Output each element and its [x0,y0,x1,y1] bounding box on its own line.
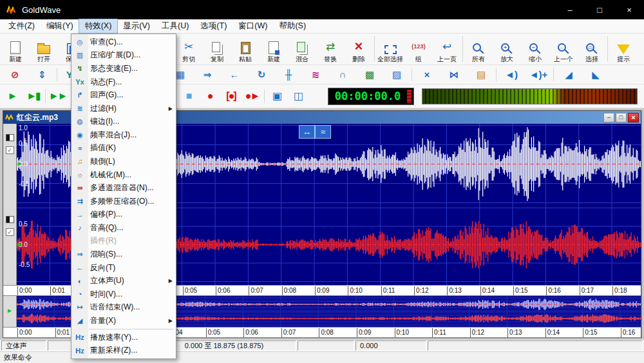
control-properties-button[interactable]: ▣ [266,87,287,105]
maximize-button[interactable]: □ [585,0,614,19]
menu-item-echo[interactable]: ↱回声(G)... [71,88,176,102]
menu-item-reverb-icon: ⇒ [71,250,88,259]
menu-item-invert-icon: ♫ [71,157,88,165]
filter-button[interactable]: ╫ [275,66,302,83]
delete-button[interactable]: ×删除 [345,34,373,64]
minimize-button[interactable]: – [555,0,585,19]
menu-item-stereo[interactable]: ◐立体声(U)▶ [71,274,176,288]
menu-item-volume[interactable]: ◢音量(X)▶ [71,314,176,328]
previous-page-button[interactable]: ↩上一页 [433,34,461,64]
replace-button[interactable]: ⇄替换 [316,34,345,64]
fade-in-button[interactable]: ◢ [555,66,582,83]
noise-reduction-button[interactable]: ▨ [383,66,410,83]
right-channel-display-icon[interactable] [6,216,14,223]
offset-button[interactable]: ⇒ [194,66,221,83]
menubar-item[interactable]: 编辑(Y) [41,19,79,33]
doc-minimize-button[interactable]: – [603,113,614,123]
group-button[interactable]: {123}组 [404,34,433,64]
menubar-item[interactable]: 帮助(S) [273,19,312,33]
flange-button[interactable]: ↻ [248,66,275,83]
time-tick-label: 0:13 [447,286,461,296]
volume-ramp-button[interactable]: ▤ [468,66,495,83]
menu-item-voice-over-icon: ↦ [71,303,88,311]
menu-item-frequency-blend-icon: ◉ [71,131,88,139]
doc-maximize-button[interactable]: □ [616,113,627,123]
menu-item-label: 形态变速(E)... [88,63,176,74]
menu-item-flange[interactable]: ◍镶边(I)... [71,115,176,128]
menu-item-time[interactable]: ◔时间(V)... [71,288,176,301]
doc-close-button[interactable]: × [628,113,639,123]
cut-button[interactable]: ✂剪切 [175,34,203,64]
menu-item-multiband-compressor[interactable]: ⇉多频带压缩器(O)... [71,195,176,208]
record-new-button[interactable]: ●► [242,87,263,105]
menu-item-playback-rate[interactable]: Hz播放速率(Y)... [71,331,176,344]
noise-gate-button[interactable]: ▩ [356,66,383,83]
copy-button[interactable]: 复制 [203,34,231,64]
reverse-button[interactable]: ← [221,66,248,83]
copy-icon [212,42,220,52]
menu-item-interpolate[interactable]: ≈插值(K) [71,142,176,155]
play-button[interactable]: ► [1,87,23,105]
mix-button[interactable]: 混合 [288,34,316,64]
expander-button[interactable]: ⇕ [28,66,55,83]
menubar-item[interactable]: 工具(U) [156,19,194,33]
menubar-item[interactable]: 选项(T) [194,19,232,33]
open-button[interactable]: 打开 [30,34,58,64]
new-file-icon [10,41,21,54]
left-channel-checkbox[interactable]: ✓ [6,146,14,154]
selection-smart-edge-tool[interactable]: ≈ [315,125,331,139]
band-filter-button[interactable]: ∩ [329,66,356,83]
menubar-item[interactable]: 特效(X) [79,19,118,33]
menu-item-review[interactable]: ◎审查(C)... [71,35,176,49]
stop-button[interactable]: ■ [178,87,199,105]
zoom-all-button[interactable]: 所有 [464,34,493,64]
record-button[interactable]: ● [199,87,220,105]
menu-item-compressor-expander[interactable]: ▥压缩/扩展(D)... [71,49,176,63]
new-button[interactable]: 新建 [1,34,30,64]
menu-item-reverb[interactable]: ⇒混响(S)... [71,248,176,261]
menu-item-voice-over[interactable]: ↦语音结束(W)... [71,301,176,315]
left-channel-display-icon[interactable] [6,134,14,141]
play-selection-button[interactable]: ►▮ [23,87,44,105]
select-all-button[interactable]: 全部选择 [376,34,404,64]
goldwave-window: GoldWave – □ × 文件(Z)编辑(Y)特效(X)显示(V)工具(U)… [0,0,644,363]
menubar-item[interactable]: 显示(V) [117,19,156,33]
menu-item-invert[interactable]: ♫颠倒(L) [71,155,176,168]
speaker-plus-button[interactable]: ◄)+ [525,66,552,83]
menubar-item[interactable]: 窗口(W) [232,19,273,33]
menu-item-doppler[interactable]: ↯形态变速(E)... [71,62,176,75]
visuals-window-button[interactable]: ◫ [287,87,308,105]
close-button[interactable]: × [614,0,644,19]
right-channel-checkbox[interactable]: ✓ [6,228,14,236]
menu-item-multiband-compressor-icon: ⇉ [71,197,88,206]
tips-button[interactable]: 提示 [609,34,638,64]
help-button[interactable]: ?帮助 [638,34,644,64]
pitch-shift-button[interactable]: ⋈ [440,66,468,83]
disable-effects-button[interactable]: ⊘ [1,66,28,83]
menu-item-dynamics[interactable]: Yx动态(F)... [71,75,176,89]
menu-item-multichannel-mixer[interactable]: ⇛多通道混音器(N)... [71,181,176,195]
zoom-selection-button[interactable]: ▭选择 [578,34,606,64]
fade-out-button[interactable]: ◣ [582,66,609,83]
zoom-previous-button[interactable]: ←上一个 [549,34,578,64]
menubar-item[interactable]: 文件(Z) [3,19,41,33]
menu-item-resample[interactable]: Hz重新采样(Z)... [71,344,176,357]
play-all-button[interactable]: ►► [47,87,68,105]
right-channel-play-marker: ► [17,241,23,248]
menu-item-reverse[interactable]: ←反向(T) [71,261,176,275]
menu-item-offset[interactable]: →偏移(P)... [71,208,176,222]
spectrum-button[interactable]: ≋ [302,66,329,83]
crossfade-button[interactable]: × [413,66,440,83]
paste-new-button[interactable]: 新建 [260,34,288,64]
selection-adjust-tool[interactable]: ↔ [299,125,315,139]
paste-button[interactable]: 粘贴 [231,34,260,64]
menu-item-frequency-blend[interactable]: ◉频率混合(J)... [71,128,176,142]
zoom-out-button[interactable]: −缩小 [521,34,549,64]
speaker-button[interactable]: ◄) [498,66,525,83]
menu-item-mechanize[interactable]: ☼机械化(M)... [71,168,176,182]
menu-item-pitch[interactable]: ♪音高(Q)... [71,221,176,235]
toolbar-button-label: 新建 [9,55,22,64]
record-selection-button[interactable]: [●] [220,87,242,105]
zoom-in-button[interactable]: +放大 [493,34,521,64]
menu-item-filter[interactable]: ≋过滤(H)▶ [71,102,176,115]
